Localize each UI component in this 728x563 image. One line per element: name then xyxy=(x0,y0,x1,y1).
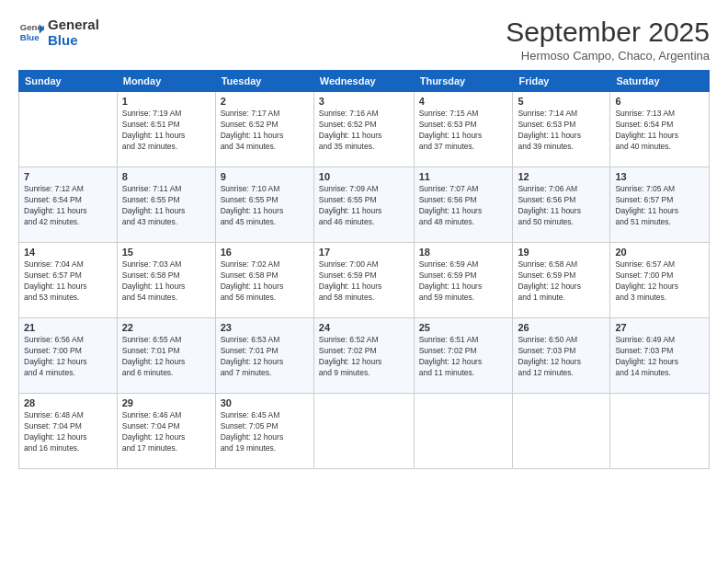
day-number: 2 xyxy=(221,96,309,107)
day-cell xyxy=(414,394,513,469)
day-info: Sunrise: 6:55 AMSunset: 7:01 PMDaylight:… xyxy=(122,335,210,379)
day-number: 12 xyxy=(518,171,605,182)
day-cell xyxy=(610,394,710,469)
day-number: 20 xyxy=(615,247,704,258)
day-info: Sunrise: 7:13 AMSunset: 6:54 PMDaylight:… xyxy=(615,109,704,153)
day-cell: 19Sunrise: 6:58 AMSunset: 6:59 PMDayligh… xyxy=(513,243,610,318)
day-number: 13 xyxy=(615,171,704,182)
day-cell: 25Sunrise: 6:51 AMSunset: 7:02 PMDayligh… xyxy=(414,318,513,394)
day-cell: 24Sunrise: 6:52 AMSunset: 7:02 PMDayligh… xyxy=(313,318,414,394)
day-info: Sunrise: 7:07 AMSunset: 6:56 PMDaylight:… xyxy=(419,184,508,228)
day-cell: 20Sunrise: 6:57 AMSunset: 7:00 PMDayligh… xyxy=(610,243,710,318)
day-info: Sunrise: 7:03 AMSunset: 6:58 PMDaylight:… xyxy=(122,259,210,304)
day-number: 8 xyxy=(122,171,210,182)
day-info: Sunrise: 6:59 AMSunset: 6:59 PMDaylight:… xyxy=(419,259,508,304)
day-number: 9 xyxy=(221,171,309,182)
logo-blue: Blue xyxy=(48,32,99,48)
day-number: 4 xyxy=(419,96,508,107)
header-cell-sunday: Sunday xyxy=(19,71,118,92)
day-cell: 8Sunrise: 7:11 AMSunset: 6:55 PMDaylight… xyxy=(117,167,215,243)
day-cell: 12Sunrise: 7:06 AMSunset: 6:56 PMDayligh… xyxy=(513,167,610,243)
day-cell: 22Sunrise: 6:55 AMSunset: 7:01 PMDayligh… xyxy=(117,318,215,394)
day-info: Sunrise: 6:52 AMSunset: 7:02 PMDaylight:… xyxy=(319,335,409,379)
day-info: Sunrise: 6:58 AMSunset: 6:59 PMDaylight:… xyxy=(518,259,605,304)
day-number: 28 xyxy=(24,397,112,408)
day-cell: 7Sunrise: 7:12 AMSunset: 6:54 PMDaylight… xyxy=(19,167,118,243)
day-info: Sunrise: 7:05 AMSunset: 6:57 PMDaylight:… xyxy=(615,184,704,228)
day-cell: 29Sunrise: 6:46 AMSunset: 7:04 PMDayligh… xyxy=(117,394,215,469)
day-number: 24 xyxy=(319,322,409,333)
day-info: Sunrise: 7:06 AMSunset: 6:56 PMDaylight:… xyxy=(518,184,605,228)
day-number: 5 xyxy=(518,96,605,107)
day-number: 7 xyxy=(24,171,112,182)
day-cell: 5Sunrise: 7:14 AMSunset: 6:53 PMDaylight… xyxy=(513,92,610,167)
logo: General Blue General Blue xyxy=(18,17,99,49)
day-cell: 1Sunrise: 7:19 AMSunset: 6:51 PMDaylight… xyxy=(117,92,215,167)
day-number: 23 xyxy=(221,322,309,333)
calendar-table: SundayMondayTuesdayWednesdayThursdayFrid… xyxy=(18,70,710,469)
day-cell: 30Sunrise: 6:45 AMSunset: 7:05 PMDayligh… xyxy=(215,394,313,469)
header-cell-thursday: Thursday xyxy=(414,71,513,92)
logo-icon: General Blue xyxy=(18,19,44,45)
day-number: 22 xyxy=(122,322,210,333)
header-cell-friday: Friday xyxy=(513,71,610,92)
day-number: 19 xyxy=(518,247,605,258)
day-info: Sunrise: 7:02 AMSunset: 6:58 PMDaylight:… xyxy=(221,259,309,304)
header-cell-monday: Monday xyxy=(117,71,215,92)
day-cell: 13Sunrise: 7:05 AMSunset: 6:57 PMDayligh… xyxy=(610,167,710,243)
day-info: Sunrise: 6:56 AMSunset: 7:00 PMDaylight:… xyxy=(24,335,112,379)
day-cell: 15Sunrise: 7:03 AMSunset: 6:58 PMDayligh… xyxy=(117,243,215,318)
day-info: Sunrise: 7:00 AMSunset: 6:59 PMDaylight:… xyxy=(319,259,409,304)
week-row-4: 28Sunrise: 6:48 AMSunset: 7:04 PMDayligh… xyxy=(19,394,710,469)
day-cell: 27Sunrise: 6:49 AMSunset: 7:03 PMDayligh… xyxy=(610,318,710,394)
day-number: 10 xyxy=(319,171,409,182)
day-number: 6 xyxy=(615,96,704,107)
day-info: Sunrise: 7:09 AMSunset: 6:55 PMDaylight:… xyxy=(319,184,409,228)
month-title: September 2025 xyxy=(506,17,710,47)
day-cell: 18Sunrise: 6:59 AMSunset: 6:59 PMDayligh… xyxy=(414,243,513,318)
day-cell: 2Sunrise: 7:17 AMSunset: 6:52 PMDaylight… xyxy=(215,92,313,167)
day-number: 1 xyxy=(122,96,210,107)
day-number: 3 xyxy=(319,96,409,107)
day-info: Sunrise: 7:04 AMSunset: 6:57 PMDaylight:… xyxy=(24,259,112,304)
day-info: Sunrise: 7:12 AMSunset: 6:54 PMDaylight:… xyxy=(24,184,112,228)
day-number: 16 xyxy=(221,247,309,258)
day-info: Sunrise: 7:15 AMSunset: 6:53 PMDaylight:… xyxy=(419,109,508,153)
day-cell: 3Sunrise: 7:16 AMSunset: 6:52 PMDaylight… xyxy=(313,92,414,167)
day-number: 18 xyxy=(419,247,508,258)
day-cell: 26Sunrise: 6:50 AMSunset: 7:03 PMDayligh… xyxy=(513,318,610,394)
week-row-0: 1Sunrise: 7:19 AMSunset: 6:51 PMDaylight… xyxy=(19,92,710,167)
day-number: 26 xyxy=(518,322,605,333)
header-row: SundayMondayTuesdayWednesdayThursdayFrid… xyxy=(19,71,710,92)
day-cell xyxy=(19,92,118,167)
day-info: Sunrise: 6:48 AMSunset: 7:04 PMDaylight:… xyxy=(24,410,112,454)
day-number: 14 xyxy=(24,247,112,258)
day-number: 27 xyxy=(615,322,704,333)
title-block: September 2025 Hermoso Campo, Chaco, Arg… xyxy=(506,17,710,63)
day-info: Sunrise: 6:46 AMSunset: 7:04 PMDaylight:… xyxy=(122,410,210,454)
header: General Blue General Blue September 2025… xyxy=(18,17,710,63)
day-cell: 9Sunrise: 7:10 AMSunset: 6:55 PMDaylight… xyxy=(215,167,313,243)
week-row-2: 14Sunrise: 7:04 AMSunset: 6:57 PMDayligh… xyxy=(19,243,710,318)
day-cell: 10Sunrise: 7:09 AMSunset: 6:55 PMDayligh… xyxy=(313,167,414,243)
day-info: Sunrise: 7:14 AMSunset: 6:53 PMDaylight:… xyxy=(518,109,605,153)
day-info: Sunrise: 6:53 AMSunset: 7:01 PMDaylight:… xyxy=(221,335,309,379)
day-cell: 28Sunrise: 6:48 AMSunset: 7:04 PMDayligh… xyxy=(19,394,118,469)
day-cell: 14Sunrise: 7:04 AMSunset: 6:57 PMDayligh… xyxy=(19,243,118,318)
header-cell-tuesday: Tuesday xyxy=(215,71,313,92)
day-cell: 6Sunrise: 7:13 AMSunset: 6:54 PMDaylight… xyxy=(610,92,710,167)
day-info: Sunrise: 6:50 AMSunset: 7:03 PMDaylight:… xyxy=(518,335,605,379)
logo-text: General Blue xyxy=(48,17,99,49)
day-info: Sunrise: 7:10 AMSunset: 6:55 PMDaylight:… xyxy=(221,184,309,228)
day-info: Sunrise: 7:11 AMSunset: 6:55 PMDaylight:… xyxy=(122,184,210,228)
day-number: 21 xyxy=(24,322,112,333)
day-number: 25 xyxy=(419,322,508,333)
subtitle: Hermoso Campo, Chaco, Argentina xyxy=(506,49,710,63)
svg-text:Blue: Blue xyxy=(20,32,40,42)
day-cell: 11Sunrise: 7:07 AMSunset: 6:56 PMDayligh… xyxy=(414,167,513,243)
day-number: 11 xyxy=(419,171,508,182)
day-info: Sunrise: 7:19 AMSunset: 6:51 PMDaylight:… xyxy=(122,109,210,153)
day-cell: 21Sunrise: 6:56 AMSunset: 7:00 PMDayligh… xyxy=(19,318,118,394)
day-number: 15 xyxy=(122,247,210,258)
day-cell: 23Sunrise: 6:53 AMSunset: 7:01 PMDayligh… xyxy=(215,318,313,394)
